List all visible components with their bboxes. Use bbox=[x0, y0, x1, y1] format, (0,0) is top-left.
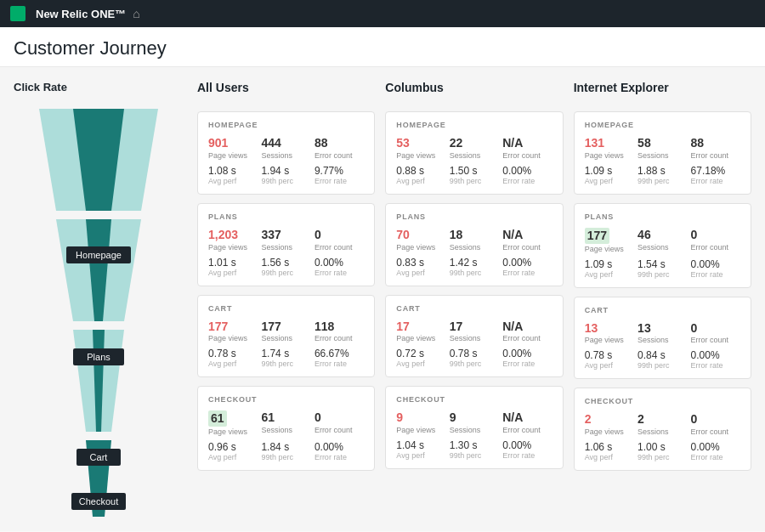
error-rate-label: Error rate bbox=[691, 177, 740, 185]
errors-value: 0 bbox=[691, 228, 740, 242]
sessions-value: 18 bbox=[450, 228, 499, 242]
svg-text:Cart: Cart bbox=[90, 452, 108, 462]
page-views-value: 131 bbox=[585, 136, 634, 150]
errors-value: 88 bbox=[314, 136, 364, 150]
error-rate-metric: 0.00% Error rate bbox=[691, 441, 740, 461]
avg-perf-metric: 0.83 s Avg perf bbox=[396, 257, 445, 277]
error-rate-metric: 0.00% Error rate bbox=[502, 348, 552, 368]
error-rate-metric: 0.00% Error rate bbox=[314, 441, 364, 461]
avg-perf-value: 1.06 s bbox=[585, 441, 634, 453]
funnel-section: Click Rate bbox=[14, 81, 184, 518]
p99-value: 1.54 s bbox=[638, 258, 687, 270]
errors-value: 0 bbox=[314, 410, 364, 425]
page-header: Customer Journey bbox=[0, 27, 765, 67]
page-views-metric: 131 Page views bbox=[585, 136, 634, 160]
page-views-label: Page views bbox=[585, 427, 634, 436]
sessions-value: 444 bbox=[261, 136, 310, 150]
metric-card-0-3: CHECKOUT 61 Page views 61 Sessions 0 Err… bbox=[197, 386, 375, 471]
errors-value: 118 bbox=[314, 320, 364, 334]
page-views-label: Page views bbox=[396, 243, 445, 252]
col-header-0: All Users bbox=[197, 81, 375, 99]
avg-perf-label: Avg perf bbox=[396, 451, 445, 460]
sessions-metric: 337 Sessions bbox=[261, 228, 310, 252]
metric-card-1-0: HOMEPAGE 53 Page views 22 Sessions N/A E… bbox=[385, 111, 563, 195]
avg-perf-value: 1.09 s bbox=[585, 165, 634, 177]
error-rate-value: 0.00% bbox=[502, 165, 552, 177]
errors-label: Error count bbox=[314, 151, 364, 160]
svg-text:Checkout: Checkout bbox=[79, 496, 118, 507]
p99-value: 1.00 s bbox=[638, 441, 687, 453]
data-column-1: Columbus HOMEPAGE 53 Page views 22 Sessi… bbox=[385, 81, 563, 518]
error-rate-metric: 0.00% Error rate bbox=[502, 439, 552, 460]
page-views-label: Page views bbox=[396, 334, 445, 342]
sessions-metric: 18 Sessions bbox=[450, 228, 499, 252]
page-views-value: 177 bbox=[208, 320, 258, 334]
error-rate-value: 0.00% bbox=[314, 441, 364, 453]
errors-label: Error count bbox=[691, 151, 740, 160]
page-views-value: 901 bbox=[208, 136, 258, 150]
error-rate-metric: 0.00% Error rate bbox=[691, 349, 740, 370]
avg-perf-label: Avg perf bbox=[396, 359, 445, 368]
avg-perf-label: Avg perf bbox=[396, 269, 445, 277]
errors-label: Error count bbox=[502, 151, 552, 160]
p99-value: 1.42 s bbox=[450, 257, 499, 269]
sessions-value: 61 bbox=[261, 410, 310, 425]
sessions-label: Sessions bbox=[450, 243, 499, 252]
avg-perf-value: 0.88 s bbox=[396, 165, 445, 177]
error-rate-metric: 0.00% Error rate bbox=[314, 257, 364, 277]
page-views-metric: 1,203 Page views bbox=[208, 228, 258, 252]
avg-perf-value: 0.78 s bbox=[585, 349, 634, 361]
sessions-label: Sessions bbox=[638, 243, 687, 252]
p99-value: 1.84 s bbox=[261, 441, 310, 453]
p99-label: 99th perc bbox=[638, 453, 687, 461]
sessions-metric: 13 Sessions bbox=[638, 321, 687, 345]
errors-value: 88 bbox=[691, 136, 740, 150]
error-rate-value: 0.00% bbox=[691, 258, 740, 270]
sessions-metric: 58 Sessions bbox=[638, 136, 687, 160]
error-rate-label: Error rate bbox=[691, 270, 740, 279]
errors-metric: N/A Error count bbox=[502, 320, 552, 343]
col-header-1: Columbus bbox=[385, 81, 563, 99]
page-views-metric: 53 Page views bbox=[396, 136, 445, 160]
p99-label: 99th perc bbox=[261, 453, 310, 461]
metric-card-1-3: CHECKOUT 9 Page views 9 Sessions N/A Err… bbox=[385, 386, 563, 469]
avg-perf-value: 1.01 s bbox=[208, 257, 258, 269]
sessions-value: 337 bbox=[261, 228, 310, 242]
errors-value: N/A bbox=[502, 228, 552, 242]
errors-label: Error count bbox=[691, 427, 740, 436]
avg-perf-value: 1.08 s bbox=[208, 165, 258, 177]
errors-metric: 0 Error count bbox=[314, 410, 364, 436]
card-section-label: CHECKOUT bbox=[396, 395, 552, 404]
home-icon[interactable]: ⌂ bbox=[133, 7, 139, 20]
avg-perf-label: Avg perf bbox=[585, 270, 634, 279]
errors-metric: N/A Error count bbox=[502, 410, 552, 434]
errors-metric: 88 Error count bbox=[691, 136, 740, 160]
error-rate-label: Error rate bbox=[314, 269, 364, 277]
avg-perf-metric: 0.78 s Avg perf bbox=[208, 348, 258, 368]
avg-perf-metric: 1.09 s Avg perf bbox=[585, 258, 634, 279]
avg-perf-metric: 0.88 s Avg perf bbox=[396, 165, 445, 185]
errors-metric: 118 Error count bbox=[314, 320, 364, 343]
error-rate-metric: 0.00% Error rate bbox=[691, 258, 740, 279]
errors-metric: 0 Error count bbox=[314, 228, 364, 252]
errors-metric: N/A Error count bbox=[502, 136, 552, 160]
funnel-title: Click Rate bbox=[14, 81, 184, 93]
errors-metric: 88 Error count bbox=[314, 136, 364, 160]
page-views-metric: 901 Page views bbox=[208, 136, 258, 160]
col-header-2: Internet Explorer bbox=[574, 81, 751, 99]
p99-label: 99th perc bbox=[450, 359, 499, 368]
card-section-label: HOMEPAGE bbox=[396, 121, 552, 129]
sessions-label: Sessions bbox=[638, 427, 687, 436]
page-views-metric: 17 Page views bbox=[396, 320, 445, 343]
page-views-metric: 9 Page views bbox=[396, 410, 445, 434]
avg-perf-label: Avg perf bbox=[208, 269, 258, 277]
p99-value: 0.84 s bbox=[638, 349, 687, 361]
sessions-metric: 9 Sessions bbox=[450, 410, 499, 434]
metric-card-0-0: HOMEPAGE 901 Page views 444 Sessions 88 … bbox=[197, 111, 375, 195]
error-rate-value: 0.00% bbox=[502, 439, 552, 451]
page-views-label: Page views bbox=[585, 245, 634, 253]
p99-label: 99th perc bbox=[450, 269, 499, 277]
funnel-chart: Homepage Plans Cart Checkout bbox=[22, 100, 175, 517]
p99-label: 99th perc bbox=[450, 177, 499, 185]
errors-value: N/A bbox=[502, 136, 552, 150]
